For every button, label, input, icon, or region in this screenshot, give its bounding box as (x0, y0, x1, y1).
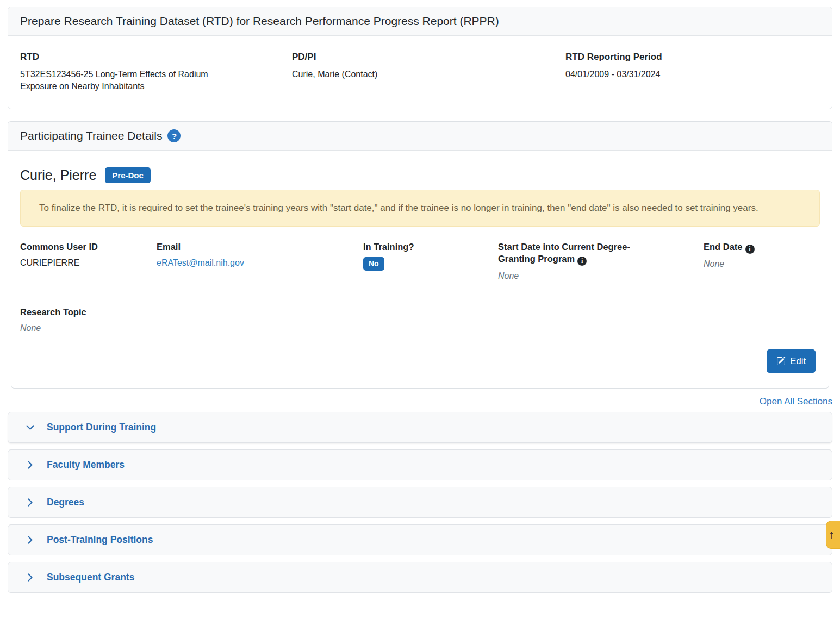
section-support-during-training[interactable]: Support During Training (8, 412, 832, 443)
pdpi-value: Curie, Marie (Contact) (292, 68, 565, 80)
trainee-details-title: Participating Trainee Details ? (20, 129, 820, 142)
end-date-label: End Datei (704, 241, 820, 254)
rtd-column: RTD 5T32ES123456-25 Long-Term Effects of… (20, 51, 292, 92)
section-degrees[interactable]: Degrees (8, 487, 832, 518)
chevron-right-icon (25, 497, 35, 508)
chevron-right-icon (25, 572, 35, 583)
chevron-right-icon (25, 460, 35, 470)
reporting-period-label: RTD Reporting Period (565, 51, 820, 63)
section-label: Faculty Members (47, 459, 125, 471)
rtd-label: RTD (20, 51, 292, 63)
end-date-field: End Datei None (704, 241, 820, 282)
email-label: Email (157, 241, 363, 253)
email-field: Email eRATest@mail.nih.gov (157, 241, 363, 282)
trainee-details-body: Curie, Pierre Pre-Doc To finalize the RT… (8, 151, 832, 340)
page-title: Prepare Research Training Dataset (RTD) … (20, 15, 820, 28)
open-all-row: Open All Sections (8, 396, 832, 407)
in-training-label: In Training? (363, 241, 498, 253)
pdpi-label: PD/PI (292, 51, 565, 63)
end-date-value: None (704, 258, 820, 270)
section-subsequent-grants[interactable]: Subsequent Grants (8, 562, 832, 593)
rtd-summary-body: RTD 5T32ES123456-25 Long-Term Effects of… (8, 36, 832, 109)
trainee-details-footer: Edit (11, 340, 829, 389)
research-topic-label: Research Topic (20, 306, 820, 318)
email-link[interactable]: eRATest@mail.nih.gov (157, 258, 244, 267)
edit-icon (776, 357, 786, 366)
finalize-warning-alert: To finalize the RTD, it is required to s… (20, 190, 820, 227)
section-label: Post-Training Positions (47, 534, 153, 546)
chevron-down-icon (25, 422, 35, 433)
info-icon[interactable]: i (745, 245, 755, 254)
trainee-details-title-text: Participating Trainee Details (20, 129, 162, 142)
section-label: Subsequent Grants (47, 572, 134, 583)
research-topic-value: None (20, 322, 820, 334)
edit-button[interactable]: Edit (767, 349, 816, 373)
start-date-value: None (498, 270, 704, 282)
commons-user-id-label: Commons User ID (20, 241, 157, 253)
rtd-value: 5T32ES123456-25 Long-Term Effects of Rad… (20, 68, 243, 92)
in-training-badge: No (363, 257, 384, 271)
start-date-field: Start Date into Current Degree-Granting … (498, 241, 704, 282)
chevron-right-icon (25, 535, 35, 545)
section-label: Support During Training (47, 422, 156, 433)
page-header: Prepare Research Training Dataset (RTD) … (8, 7, 832, 36)
in-training-field: In Training? No (363, 241, 498, 282)
edit-button-label: Edit (791, 355, 806, 367)
section-faculty-members[interactable]: Faculty Members (8, 449, 832, 480)
start-date-label: Start Date into Current Degree-Granting … (498, 241, 661, 266)
trainee-name-row: Curie, Pierre Pre-Doc (20, 165, 820, 185)
scroll-to-top-button[interactable]: ↑ (826, 521, 840, 549)
info-icon[interactable]: i (577, 257, 587, 266)
section-label: Degrees (47, 497, 84, 508)
page-container: Prepare Research Training Dataset (RTD) … (0, 0, 840, 593)
trainee-fields-row: Commons User ID CURIEPIERRE Email eRATes… (20, 241, 820, 282)
reporting-period-column: RTD Reporting Period 04/01/2009 - 03/31/… (565, 51, 820, 92)
pdpi-column: PD/PI Curie, Marie (Contact) (292, 51, 565, 92)
arrow-up-icon: ↑ (829, 528, 835, 542)
commons-user-id-field: Commons User ID CURIEPIERRE (20, 241, 157, 282)
predoc-badge: Pre-Doc (105, 167, 151, 183)
open-all-sections-link[interactable]: Open All Sections (760, 396, 832, 407)
trainee-details-card: Participating Trainee Details ? Curie, P… (8, 121, 832, 340)
commons-user-id-value: CURIEPIERRE (20, 257, 157, 269)
help-icon[interactable]: ? (167, 129, 181, 142)
reporting-period-value: 04/01/2009 - 03/31/2024 (565, 68, 820, 80)
section-post-training-positions[interactable]: Post-Training Positions (8, 524, 832, 555)
trainee-name: Curie, Pierre (20, 167, 96, 183)
rtd-summary-card: Prepare Research Training Dataset (RTD) … (8, 7, 832, 109)
research-topic-field: Research Topic None (20, 306, 820, 334)
trainee-details-header: Participating Trainee Details ? (8, 122, 832, 151)
